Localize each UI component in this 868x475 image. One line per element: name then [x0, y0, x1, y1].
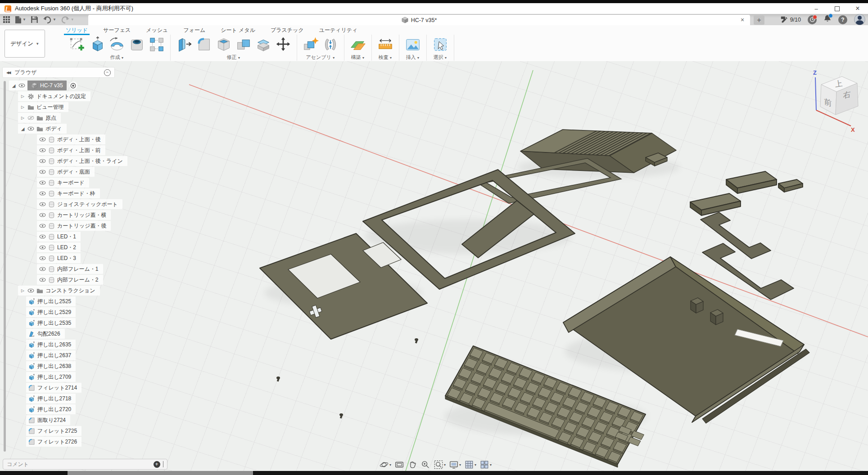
expander-icon[interactable]: ▷ [20, 94, 25, 99]
offsetface-icon[interactable] [254, 35, 273, 54]
browser-tree-row[interactable]: キーボード [3, 177, 151, 188]
workspace-selector[interactable]: デザイン ▼ [5, 30, 45, 58]
browser-tree-row[interactable]: カートリッジ蓋・横 [3, 210, 151, 220]
browser-tree-row[interactable]: ▷原点 [3, 112, 151, 123]
ribbon-tab[interactable]: プラスチック [270, 26, 305, 34]
visibility-icon[interactable] [18, 83, 25, 88]
browser-tree-row[interactable]: 内部フレーム・2 [3, 274, 151, 285]
collapse-panel-icon[interactable]: ◀◀ [6, 71, 10, 75]
visibility-icon[interactable] [39, 170, 46, 174]
browser-tree-row[interactable]: 押し出し2638 [3, 361, 151, 372]
browser-header[interactable]: ◀◀ ブラウザ − [3, 67, 114, 77]
redo-button[interactable]: ▼ [61, 16, 74, 23]
undo-button[interactable]: ▼ [43, 16, 56, 23]
chevron-down-icon[interactable]: ▾ [389, 463, 391, 467]
viewcube-right-label[interactable]: 右 [843, 89, 851, 100]
visibility-icon[interactable] [27, 288, 34, 293]
browser-tree-row[interactable]: ボディ・上面・前 [3, 145, 151, 156]
browser-scrollbar[interactable] [4, 81, 6, 452]
visibility-icon[interactable] [39, 278, 46, 282]
close-document-icon[interactable]: × [738, 16, 746, 23]
extrude-icon[interactable] [88, 35, 107, 54]
browser-tree-row[interactable]: 面取り2724 [3, 415, 151, 426]
expander-icon[interactable]: ◢ [20, 126, 25, 131]
browser-tree-row[interactable]: 押し出し2637 [3, 350, 151, 361]
browser-tree-row[interactable]: 押し出し2635 [3, 339, 151, 350]
viewports-nav-button[interactable]: ▾ [479, 460, 492, 470]
ribbon-tab[interactable]: サーフェス [102, 26, 131, 34]
browser-tree-row[interactable]: 押し出し2718 [3, 393, 151, 404]
combine-icon[interactable] [234, 35, 253, 54]
comment-bar[interactable]: コメント + [3, 459, 167, 470]
document-tab[interactable]: HC-7 v35* × [88, 15, 750, 25]
app-grid-menu-button[interactable] [3, 16, 10, 23]
new-document-tab-button[interactable]: + [754, 15, 764, 25]
browser-tree-row[interactable]: ボディ・上面・後・ライン [3, 156, 151, 166]
shell-icon[interactable] [214, 35, 233, 54]
visibility-icon[interactable] [39, 224, 46, 228]
display-nav-button[interactable]: ▾ [449, 460, 461, 470]
browser-tree-row[interactable]: 内部フレーム・1 [3, 264, 151, 274]
move-icon[interactable] [274, 35, 293, 54]
measure-icon[interactable] [376, 35, 395, 54]
browser-tree-row[interactable]: 勾配2626 [3, 328, 151, 339]
ribbon-group-label[interactable]: 選択▼ [431, 54, 450, 61]
visibility-icon[interactable] [39, 159, 46, 163]
minimize-button[interactable]: – [806, 3, 827, 14]
ribbon-group-label[interactable]: アセンブリ▼ [301, 54, 340, 61]
visibility-icon[interactable] [39, 213, 46, 217]
minimize-panel-icon[interactable]: − [104, 69, 111, 76]
close-button[interactable]: × [847, 3, 868, 14]
save-button[interactable] [31, 16, 38, 23]
chevron-down-icon[interactable]: ▾ [444, 463, 446, 467]
ribbon-group-label[interactable]: 作成▼ [68, 54, 166, 61]
help-button[interactable]: ? [838, 15, 847, 24]
browser-tree-row[interactable]: キーボード・枠 [3, 188, 151, 199]
chevron-down-icon[interactable]: ▾ [490, 463, 492, 467]
joint-icon[interactable] [321, 35, 340, 54]
ribbon-group-label[interactable]: 修正▼ [175, 54, 293, 61]
browser-tree-row[interactable]: ▷コンストラクション [3, 285, 151, 296]
visibility-icon[interactable] [39, 267, 46, 271]
browser-tree-row[interactable]: 押し出し2720 [3, 404, 151, 415]
job-status-icon[interactable] [808, 15, 817, 24]
browser-tree-row[interactable]: ▷ドキュメントの設定 [3, 91, 151, 102]
visibility-icon[interactable] [27, 126, 34, 131]
browser-tree-row[interactable]: LED・1 [3, 231, 151, 242]
browser-tree-row[interactable]: 押し出し2525 [3, 296, 151, 307]
orbit-nav-button[interactable]: ▾ [379, 460, 391, 470]
viewcube-top-label[interactable]: 上 [834, 79, 843, 89]
browser-tree-row[interactable]: 押し出し2709 [3, 372, 151, 382]
ribbon-tab[interactable]: フォーム [182, 26, 206, 34]
browser-tree-row[interactable]: フィレット2726 [3, 436, 151, 447]
browser-tree-row[interactable]: 押し出し2535 [3, 318, 151, 328]
grid-nav-button[interactable]: ▾ [464, 460, 476, 470]
browser-tree-row[interactable]: LED・2 [3, 242, 151, 253]
browser-tree-row[interactable]: 押し出し2529 [3, 307, 151, 318]
fit-nav-button[interactable]: ▾ [434, 460, 446, 470]
browser-tree-row[interactable]: ジョイスティックポート [3, 199, 151, 210]
browser-tree-row[interactable]: フィレット2725 [3, 426, 151, 436]
browser-tree-row[interactable]: ボディ・上面・後 [3, 134, 151, 145]
visibility-icon[interactable] [39, 202, 46, 206]
visibility-off-icon[interactable] [27, 116, 34, 120]
ribbon-tab[interactable]: ユーティリティ [318, 26, 359, 34]
fillet3d-icon[interactable] [194, 35, 213, 54]
plane-icon[interactable] [348, 35, 367, 54]
free-edits-badge[interactable]: 9/10 [780, 16, 801, 24]
chevron-down-icon[interactable]: ▾ [459, 463, 461, 467]
pan-nav-button[interactable] [407, 460, 417, 470]
browser-tree-row[interactable]: ◢HC-7 v35 [3, 80, 151, 91]
visibility-icon[interactable] [39, 180, 46, 185]
visibility-icon[interactable] [39, 256, 46, 260]
ribbon-tab[interactable]: シート メタル [220, 26, 256, 34]
expander-icon[interactable]: ▷ [20, 288, 25, 293]
chevron-down-icon[interactable]: ▾ [475, 463, 476, 467]
select-icon[interactable] [431, 35, 450, 54]
visibility-icon[interactable] [39, 137, 46, 142]
expander-icon[interactable]: ◢ [11, 83, 16, 88]
hole-icon[interactable] [127, 35, 146, 54]
browser-tree-row[interactable]: ▷ビュー管理 [3, 102, 151, 112]
model-part-screws[interactable] [276, 338, 418, 418]
presspull-icon[interactable] [175, 35, 194, 54]
